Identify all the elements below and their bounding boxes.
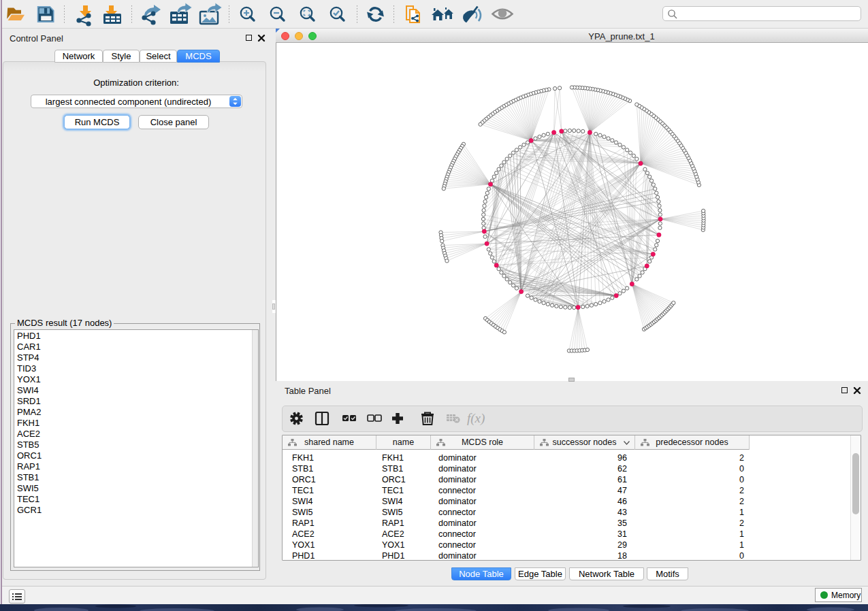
svg-text:f(x): f(x): [467, 411, 485, 426]
